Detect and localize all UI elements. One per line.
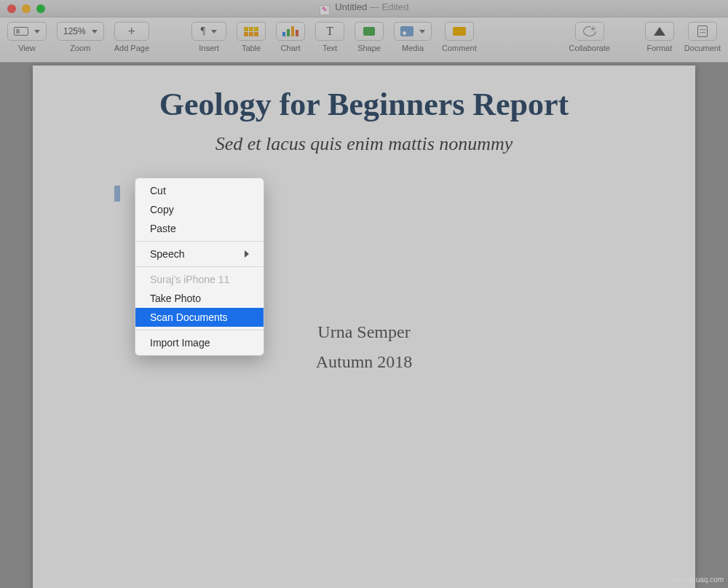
collaborate-label: Collaborate	[569, 44, 610, 52]
menu-separator	[135, 241, 264, 242]
text-selection	[114, 186, 120, 202]
context-menu: Cut Copy Paste Speech Suraj's iPhone 11 …	[135, 178, 264, 356]
view-icon	[14, 27, 28, 36]
watermark: www.deuaq.com	[670, 576, 724, 584]
add-page-button[interactable]: +	[114, 22, 149, 41]
view-label: View	[18, 44, 36, 52]
menu-separator	[135, 330, 264, 330]
text-label: Text	[323, 44, 337, 52]
menu-import-image[interactable]: Import Image	[135, 333, 264, 352]
comment-button[interactable]	[445, 22, 474, 41]
media-icon	[400, 26, 414, 36]
menu-paste[interactable]: Paste	[135, 219, 264, 238]
shape-icon	[363, 27, 375, 36]
table-icon	[244, 27, 258, 36]
comment-label: Comment	[442, 44, 477, 52]
doc-subtitle[interactable]: Sed et lacus quis enim mattis nonummy	[76, 133, 652, 155]
menu-take-photo[interactable]: Take Photo	[135, 289, 264, 308]
menu-device-header: Suraj's iPhone 11	[135, 270, 264, 289]
media-label: Media	[402, 44, 424, 52]
submenu-arrow-icon	[245, 250, 249, 258]
add-page-label: Add Page	[114, 44, 149, 52]
menu-copy[interactable]: Copy	[135, 200, 264, 219]
zoom-button[interactable]: 125%	[57, 22, 104, 41]
text-button[interactable]: T	[315, 22, 344, 41]
document-button[interactable]	[688, 22, 717, 41]
menu-copy-label: Copy	[150, 204, 174, 215]
document-name: Untitled	[335, 1, 367, 12]
document-label: Document	[684, 44, 721, 52]
window-titlebar: ✎ Untitled — Edited	[0, 0, 728, 17]
menu-cut-label: Cut	[150, 185, 166, 196]
toolbar: View 125% Zoom + Add Page ¶ Insert Table…	[0, 17, 728, 63]
document-canvas[interactable]: Geology for Beginners Report Sed et lacu…	[0, 63, 728, 588]
chart-icon	[282, 26, 298, 36]
menu-scan-documents-label: Scan Documents	[150, 311, 228, 323]
insert-button[interactable]: ¶	[191, 22, 226, 41]
collaborate-icon	[583, 26, 596, 36]
menu-speech-label: Speech	[150, 248, 184, 260]
chart-button[interactable]	[276, 22, 305, 41]
table-label: Table	[242, 44, 261, 52]
media-button[interactable]	[394, 22, 432, 41]
window-title: ✎ Untitled — Edited	[0, 1, 728, 15]
shape-button[interactable]	[355, 22, 384, 41]
paragraph-icon: ¶	[201, 25, 205, 37]
menu-device-label: Suraj's iPhone 11	[150, 274, 229, 285]
menu-import-image-label: Import Image	[150, 337, 210, 349]
chart-label: Chart	[281, 44, 301, 52]
shape-label: Shape	[357, 44, 381, 52]
menu-separator	[135, 266, 264, 267]
document-icon	[697, 25, 708, 37]
zoom-label: Zoom	[70, 44, 90, 52]
format-button[interactable]	[645, 22, 674, 41]
collaborate-button[interactable]	[575, 22, 604, 41]
text-icon: T	[326, 25, 333, 38]
format-label: Format	[646, 44, 672, 52]
zoom-value: 125%	[63, 26, 86, 36]
format-icon	[654, 27, 665, 36]
menu-paste-label: Paste	[150, 223, 176, 234]
plus-icon: +	[128, 24, 136, 39]
insert-label: Insert	[199, 44, 219, 52]
menu-scan-documents[interactable]: Scan Documents	[135, 308, 264, 327]
view-button[interactable]	[7, 22, 47, 41]
document-file-icon: ✎	[320, 5, 330, 15]
menu-take-photo-label: Take Photo	[150, 293, 201, 304]
edited-indicator: — Edited	[367, 1, 408, 12]
comment-icon	[453, 27, 466, 36]
page[interactable]: Geology for Beginners Report Sed et lacu…	[33, 65, 695, 588]
menu-speech[interactable]: Speech	[135, 245, 264, 263]
table-button[interactable]	[237, 22, 266, 41]
menu-cut[interactable]: Cut	[135, 181, 264, 200]
doc-title[interactable]: Geology for Beginners Report	[76, 86, 652, 123]
